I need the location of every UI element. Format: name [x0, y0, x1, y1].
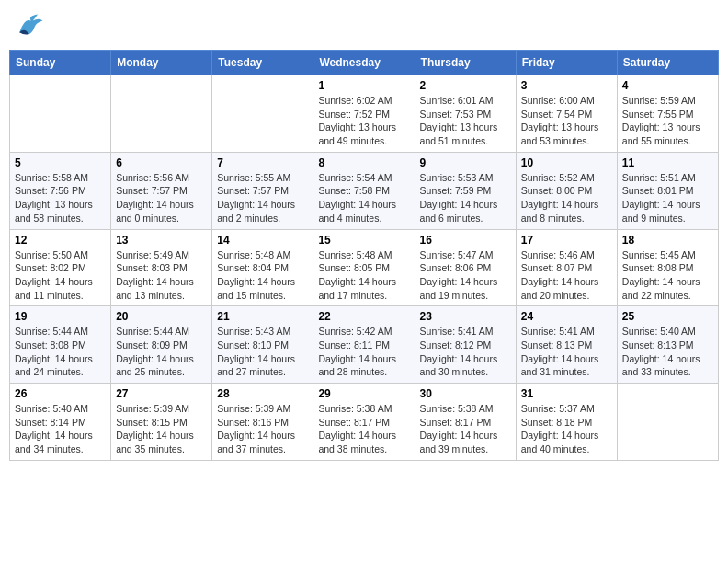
logo-icon [13, 9, 46, 42]
calendar-day-cell: 9Sunrise: 5:53 AMSunset: 7:59 PMDaylight… [415, 152, 516, 229]
day-of-week-header: Monday [111, 51, 212, 75]
day-number: 3 [521, 79, 612, 92]
day-number: 18 [622, 234, 713, 247]
day-info: Sunrise: 5:48 AMSunset: 8:04 PMDaylight:… [217, 248, 308, 303]
day-number: 23 [420, 310, 511, 323]
day-of-week-header: Wednesday [313, 51, 415, 75]
day-info: Sunrise: 5:40 AMSunset: 8:13 PMDaylight:… [622, 325, 713, 379]
calendar-week-row: 1Sunrise: 6:02 AMSunset: 7:52 PMDaylight… [10, 75, 719, 153]
day-number: 21 [217, 310, 308, 323]
day-info: Sunrise: 5:38 AMSunset: 8:17 PMDaylight:… [318, 402, 409, 456]
day-number: 26 [15, 387, 106, 400]
calendar-day-cell: 14Sunrise: 5:48 AMSunset: 8:04 PMDayligh… [212, 229, 313, 306]
day-number: 12 [15, 234, 106, 247]
day-info: Sunrise: 5:47 AMSunset: 8:06 PMDaylight:… [420, 248, 511, 303]
day-number: 25 [622, 310, 713, 323]
day-info: Sunrise: 5:39 AMSunset: 8:16 PMDaylight:… [217, 402, 308, 456]
day-number: 19 [15, 310, 106, 323]
calendar-day-cell: 22Sunrise: 5:42 AMSunset: 8:11 PMDayligh… [313, 306, 415, 384]
day-info: Sunrise: 5:51 AMSunset: 8:01 PMDaylight:… [622, 171, 713, 225]
day-info: Sunrise: 5:56 AMSunset: 7:57 PMDaylight:… [116, 171, 207, 225]
calendar-day-cell: 29Sunrise: 5:38 AMSunset: 8:17 PMDayligh… [313, 384, 415, 461]
calendar-day-cell: 31Sunrise: 5:37 AMSunset: 8:18 PMDayligh… [516, 384, 617, 461]
calendar-day-cell: 2Sunrise: 6:01 AMSunset: 7:53 PMDaylight… [415, 75, 516, 153]
day-of-week-header: Sunday [10, 51, 111, 75]
day-info: Sunrise: 5:54 AMSunset: 7:58 PMDaylight:… [318, 171, 409, 225]
calendar-day-cell: 27Sunrise: 5:39 AMSunset: 8:15 PMDayligh… [111, 384, 212, 461]
day-of-week-header: Tuesday [212, 51, 313, 75]
calendar-day-cell: 18Sunrise: 5:45 AMSunset: 8:08 PMDayligh… [617, 229, 718, 306]
calendar-day-cell [111, 75, 212, 153]
day-number: 30 [420, 387, 511, 400]
day-info: Sunrise: 5:40 AMSunset: 8:14 PMDaylight:… [15, 402, 106, 456]
calendar-day-cell: 17Sunrise: 5:46 AMSunset: 8:07 PMDayligh… [516, 229, 617, 306]
day-number: 28 [217, 387, 308, 400]
day-number: 2 [420, 79, 511, 92]
day-info: Sunrise: 5:44 AMSunset: 8:08 PMDaylight:… [15, 325, 106, 379]
day-info: Sunrise: 5:49 AMSunset: 8:03 PMDaylight:… [116, 248, 207, 303]
calendar-week-row: 19Sunrise: 5:44 AMSunset: 8:08 PMDayligh… [10, 306, 719, 384]
day-number: 15 [318, 234, 409, 247]
day-number: 14 [217, 234, 308, 247]
calendar-day-cell: 20Sunrise: 5:44 AMSunset: 8:09 PMDayligh… [111, 306, 212, 384]
calendar-header-row: SundayMondayTuesdayWednesdayThursdayFrid… [10, 51, 719, 75]
calendar-day-cell [10, 75, 111, 153]
calendar-day-cell: 16Sunrise: 5:47 AMSunset: 8:06 PMDayligh… [415, 229, 516, 306]
page-header [9, 9, 719, 42]
day-number: 11 [622, 156, 713, 169]
day-number: 6 [116, 156, 207, 169]
day-number: 29 [318, 387, 409, 400]
calendar-day-cell: 26Sunrise: 5:40 AMSunset: 8:14 PMDayligh… [10, 384, 111, 461]
calendar-day-cell: 21Sunrise: 5:43 AMSunset: 8:10 PMDayligh… [212, 306, 313, 384]
day-info: Sunrise: 5:43 AMSunset: 8:10 PMDaylight:… [217, 325, 308, 379]
day-info: Sunrise: 5:37 AMSunset: 8:18 PMDaylight:… [521, 402, 612, 456]
day-number: 20 [116, 310, 207, 323]
day-number: 5 [15, 156, 106, 169]
calendar-day-cell: 3Sunrise: 6:00 AMSunset: 7:54 PMDaylight… [516, 75, 617, 153]
day-of-week-header: Friday [516, 51, 617, 75]
day-number: 1 [318, 79, 409, 92]
day-number: 16 [420, 234, 511, 247]
calendar-day-cell: 15Sunrise: 5:48 AMSunset: 8:05 PMDayligh… [313, 229, 415, 306]
calendar-day-cell: 28Sunrise: 5:39 AMSunset: 8:16 PMDayligh… [212, 384, 313, 461]
day-info: Sunrise: 5:45 AMSunset: 8:08 PMDaylight:… [622, 248, 713, 303]
day-info: Sunrise: 5:59 AMSunset: 7:55 PMDaylight:… [622, 94, 713, 148]
day-info: Sunrise: 5:42 AMSunset: 8:11 PMDaylight:… [318, 325, 409, 379]
calendar-day-cell: 13Sunrise: 5:49 AMSunset: 8:03 PMDayligh… [111, 229, 212, 306]
day-number: 8 [318, 156, 409, 169]
day-info: Sunrise: 5:46 AMSunset: 8:07 PMDaylight:… [521, 248, 612, 303]
day-number: 9 [420, 156, 511, 169]
day-info: Sunrise: 5:39 AMSunset: 8:15 PMDaylight:… [116, 402, 207, 456]
day-number: 13 [116, 234, 207, 247]
calendar-table: SundayMondayTuesdayWednesdayThursdayFrid… [9, 50, 719, 461]
day-info: Sunrise: 6:01 AMSunset: 7:53 PMDaylight:… [420, 94, 511, 148]
day-number: 24 [521, 310, 612, 323]
calendar-day-cell: 4Sunrise: 5:59 AMSunset: 7:55 PMDaylight… [617, 75, 718, 153]
day-number: 10 [521, 156, 612, 169]
calendar-day-cell: 6Sunrise: 5:56 AMSunset: 7:57 PMDaylight… [111, 152, 212, 229]
calendar-day-cell: 24Sunrise: 5:41 AMSunset: 8:13 PMDayligh… [516, 306, 617, 384]
day-info: Sunrise: 6:00 AMSunset: 7:54 PMDaylight:… [521, 94, 612, 148]
calendar-day-cell: 7Sunrise: 5:55 AMSunset: 7:57 PMDaylight… [212, 152, 313, 229]
day-number: 17 [521, 234, 612, 247]
calendar-week-row: 26Sunrise: 5:40 AMSunset: 8:14 PMDayligh… [10, 384, 719, 461]
calendar-day-cell: 1Sunrise: 6:02 AMSunset: 7:52 PMDaylight… [313, 75, 415, 153]
day-info: Sunrise: 5:38 AMSunset: 8:17 PMDaylight:… [420, 402, 511, 456]
day-number: 22 [318, 310, 409, 323]
day-of-week-header: Thursday [415, 51, 516, 75]
calendar-day-cell [617, 384, 718, 461]
day-info: Sunrise: 5:58 AMSunset: 7:56 PMDaylight:… [15, 171, 106, 225]
calendar-day-cell: 30Sunrise: 5:38 AMSunset: 8:17 PMDayligh… [415, 384, 516, 461]
calendar-day-cell: 11Sunrise: 5:51 AMSunset: 8:01 PMDayligh… [617, 152, 718, 229]
day-info: Sunrise: 5:53 AMSunset: 7:59 PMDaylight:… [420, 171, 511, 225]
day-number: 27 [116, 387, 207, 400]
day-info: Sunrise: 5:41 AMSunset: 8:13 PMDaylight:… [521, 325, 612, 379]
day-number: 7 [217, 156, 308, 169]
day-info: Sunrise: 5:41 AMSunset: 8:12 PMDaylight:… [420, 325, 511, 379]
calendar-week-row: 5Sunrise: 5:58 AMSunset: 7:56 PMDaylight… [10, 152, 719, 229]
calendar-day-cell: 5Sunrise: 5:58 AMSunset: 7:56 PMDaylight… [10, 152, 111, 229]
day-info: Sunrise: 5:52 AMSunset: 8:00 PMDaylight:… [521, 171, 612, 225]
day-info: Sunrise: 5:44 AMSunset: 8:09 PMDaylight:… [116, 325, 207, 379]
calendar-day-cell: 12Sunrise: 5:50 AMSunset: 8:02 PMDayligh… [10, 229, 111, 306]
calendar-day-cell: 8Sunrise: 5:54 AMSunset: 7:58 PMDaylight… [313, 152, 415, 229]
